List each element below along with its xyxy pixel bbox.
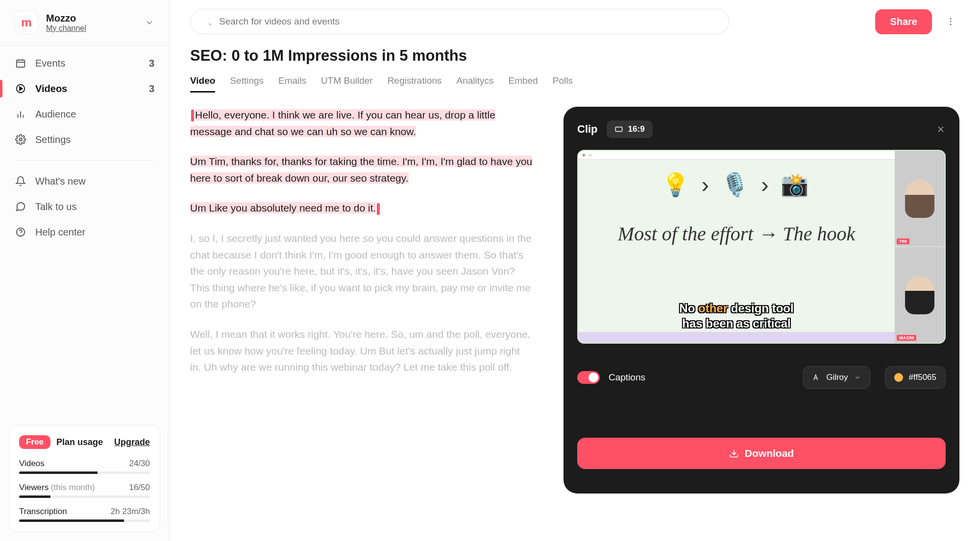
transcript-paragraph[interactable]: Hello, everyone. I think we are live. If… [190, 107, 533, 140]
dots-vertical-icon [946, 17, 956, 26]
primary-nav: Events 3 Videos 3 Audience Settings What… [0, 45, 169, 250]
captions-label: Captions [609, 372, 645, 383]
tab-embed[interactable]: Embed [509, 71, 538, 93]
participant-name: TIM [897, 238, 909, 244]
nav-label: Audience [35, 109, 154, 120]
svg-rect-17 [615, 127, 622, 132]
download-icon [729, 448, 739, 458]
nav-audience[interactable]: Audience [0, 101, 169, 127]
preview-browser-chrome: ◉▭ [578, 151, 895, 160]
transcript[interactable]: Hello, everyone. I think we are live. If… [190, 107, 533, 541]
svg-line-13 [209, 24, 211, 25]
stat-videos: Videos24/30 [19, 459, 150, 474]
search-input-wrapper[interactable] [190, 9, 729, 34]
tab-analytics[interactable]: Analitycs [457, 71, 494, 93]
brand-subtitle[interactable]: My channel [46, 24, 137, 33]
nav-label: Talk to us [35, 201, 154, 212]
participant-tile: MAXIM [895, 247, 945, 343]
progress-bar [19, 519, 124, 522]
play-circle-icon [15, 83, 26, 94]
nav-talk-to-us[interactable]: Talk to us [0, 194, 169, 219]
font-icon [812, 374, 820, 381]
search-icon [202, 17, 212, 26]
preview-timeline-strip [578, 332, 895, 343]
stat-viewers: Viewers (this month)16/50 [19, 483, 150, 498]
transcript-paragraph[interactable]: Um Like you absolutely need me to do it. [190, 200, 533, 216]
transcript-paragraph[interactable]: I, so I, I secretly just wanted you here… [190, 230, 533, 312]
plan-usage-label: Plan usage [56, 437, 103, 447]
color-swatch-icon [894, 373, 903, 382]
tab-utm-builder[interactable]: UTM Builder [321, 71, 373, 93]
svg-marker-5 [20, 87, 23, 90]
progress-bar [19, 471, 98, 474]
nav-settings[interactable]: Settings [0, 127, 169, 152]
participant-strip: TIM MAXIM [895, 151, 945, 343]
plan-card: Free Plan usage Upgrade Videos24/30 View… [9, 425, 160, 532]
brand-name: Mozzo [46, 13, 137, 24]
aspect-ratio-selector[interactable]: 16:9 [607, 120, 653, 138]
upgrade-link[interactable]: Upgrade [114, 437, 150, 447]
chevron-down-icon [854, 374, 861, 381]
selection-end-marker[interactable] [377, 203, 380, 215]
transcript-paragraph[interactable]: Um Tim, thanks for, thanks for taking th… [190, 153, 533, 186]
share-button[interactable]: Share [875, 9, 932, 34]
captions-toggle[interactable] [577, 371, 600, 384]
tab-settings[interactable]: Settings [230, 71, 264, 93]
bell-icon [15, 175, 26, 187]
color-selector[interactable]: #ff5065 [885, 366, 946, 389]
nav-label: Help center [35, 227, 154, 238]
chat-icon [15, 201, 26, 212]
font-selector[interactable]: Gilroy [803, 366, 870, 389]
main-content: Share SEO: 0 to 1M Impressions in 5 mont… [170, 0, 980, 541]
participant-tile: TIM [895, 151, 945, 246]
page-title: SEO: 0 to 1M Impressions in 5 months [190, 47, 959, 65]
nav-videos[interactable]: Videos 3 [0, 76, 169, 101]
aspect-ratio-icon [614, 125, 623, 134]
preview-emoji-row: 💡 › 🎙️ › 📸 [578, 160, 895, 203]
nav-label: Events [35, 58, 140, 69]
svg-point-16 [950, 24, 952, 25]
nav-help-center[interactable]: Help center [0, 219, 169, 245]
close-button[interactable] [936, 124, 946, 134]
selection-start-marker[interactable] [191, 110, 194, 121]
nav-events[interactable]: Events 3 [0, 50, 169, 76]
nav-count: 3 [149, 58, 154, 69]
tabs: Video Settings Emails UTM Builder Regist… [190, 71, 959, 93]
clip-title: Clip [577, 123, 598, 136]
tab-video[interactable]: Video [190, 71, 215, 93]
nav-divider [15, 160, 154, 161]
clip-panel: Clip 16:9 ◉▭ 💡 › 🎙️ › 📸 [564, 107, 959, 494]
stat-transcription: Transcription2h 23m/3h [19, 507, 150, 522]
brand-logo: m [15, 11, 38, 34]
calendar-icon [15, 57, 26, 69]
preview-hook-text: Most of the effort → The hook [578, 203, 895, 255]
svg-rect-0 [17, 60, 25, 68]
sidebar: m Mozzo My channel Events 3 Videos 3 [0, 0, 170, 541]
caption-overlay: No other design tool has been as critica… [679, 301, 793, 331]
svg-point-15 [950, 21, 952, 23]
topbar: Share [170, 0, 980, 43]
close-icon [936, 124, 946, 134]
transcript-paragraph[interactable]: Well, I mean that it works right. You're… [190, 326, 533, 376]
nav-label: What's new [35, 176, 154, 187]
nav-label: Settings [35, 134, 154, 145]
tab-emails[interactable]: Emails [278, 71, 306, 93]
brand-switcher[interactable]: m Mozzo My channel [0, 0, 169, 45]
gear-icon [15, 134, 26, 145]
chevron-down-icon[interactable] [145, 18, 154, 27]
bar-chart-icon [15, 108, 26, 120]
nav-whats-new[interactable]: What's new [0, 168, 169, 194]
participant-name: MAXIM [897, 335, 916, 341]
progress-bar [19, 495, 50, 498]
tab-polls[interactable]: Polls [553, 71, 573, 93]
video-preview[interactable]: ◉▭ 💡 › 🎙️ › 📸 Most of the effort → The h… [577, 150, 946, 344]
help-icon [15, 226, 26, 238]
search-input[interactable] [219, 16, 717, 27]
tab-registrations[interactable]: Registrations [388, 71, 442, 93]
nav-count: 3 [149, 83, 154, 94]
plan-badge: Free [19, 435, 50, 449]
nav-label: Videos [35, 83, 140, 94]
more-menu-button[interactable] [942, 13, 959, 30]
svg-point-9 [19, 138, 22, 141]
download-button[interactable]: Download [577, 438, 946, 469]
